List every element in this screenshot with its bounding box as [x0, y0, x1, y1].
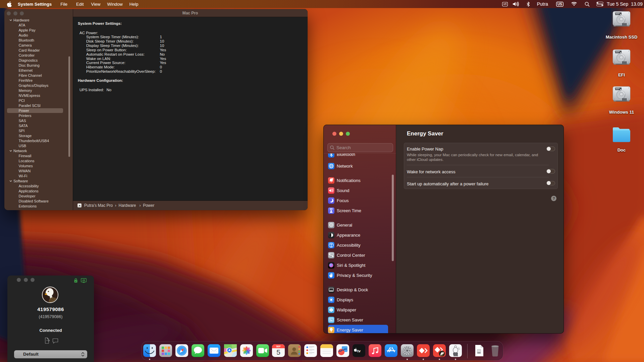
svg-text:SEP: SEP: [276, 345, 281, 348]
svg-text:tv: tv: [357, 349, 361, 353]
svg-text:5: 5: [276, 348, 280, 356]
svg-text:US: US: [557, 2, 562, 6]
